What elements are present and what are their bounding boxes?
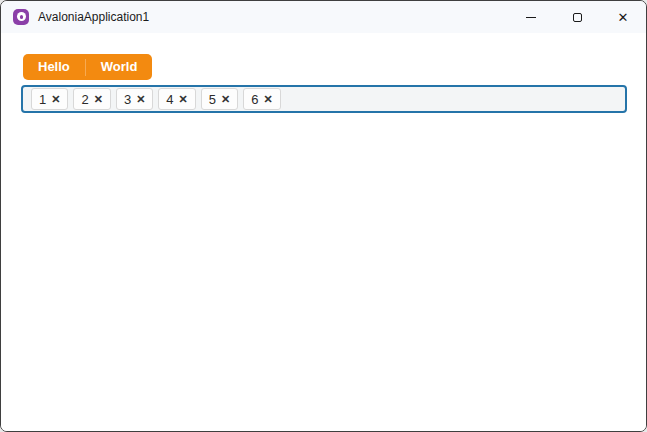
tag-chip[interactable]: 6 ✕ bbox=[243, 88, 280, 110]
window-title: AvaloniaApplication1 bbox=[38, 10, 149, 24]
chip-remove-icon[interactable]: ✕ bbox=[51, 94, 60, 105]
tag-chip-label: 3 bbox=[124, 92, 131, 107]
content-area: Hello World 1 ✕ 2 ✕ 3 ✕ 4 ✕ 5 ✕ bbox=[1, 33, 646, 431]
tag-chip[interactable]: 4 ✕ bbox=[158, 88, 195, 110]
chip-remove-icon[interactable]: ✕ bbox=[221, 94, 230, 105]
tag-chip-label: 1 bbox=[39, 92, 46, 107]
tab-world[interactable]: World bbox=[86, 54, 153, 80]
tab-strip: Hello World bbox=[23, 54, 152, 80]
chips-input-box[interactable]: 1 ✕ 2 ✕ 3 ✕ 4 ✕ 5 ✕ 6 ✕ bbox=[21, 85, 627, 113]
tag-chip[interactable]: 2 ✕ bbox=[73, 88, 110, 110]
minimize-icon bbox=[526, 17, 536, 18]
chip-remove-icon[interactable]: ✕ bbox=[264, 94, 273, 105]
tab-hello[interactable]: Hello bbox=[23, 54, 85, 80]
chip-remove-icon[interactable]: ✕ bbox=[136, 94, 145, 105]
close-button[interactable]: ✕ bbox=[600, 1, 646, 33]
avalonia-logo-icon bbox=[13, 9, 29, 25]
app-window: AvaloniaApplication1 ✕ Hello World 1 ✕ bbox=[0, 0, 647, 432]
chip-remove-icon[interactable]: ✕ bbox=[179, 94, 188, 105]
close-icon: ✕ bbox=[618, 11, 629, 24]
tag-chip-label: 6 bbox=[251, 92, 258, 107]
tag-chip-label: 2 bbox=[81, 92, 88, 107]
titlebar[interactable]: AvaloniaApplication1 ✕ bbox=[1, 1, 646, 33]
tag-chip[interactable]: 3 ✕ bbox=[116, 88, 153, 110]
window-controls: ✕ bbox=[508, 1, 646, 33]
maximize-button[interactable] bbox=[554, 1, 600, 33]
maximize-icon bbox=[573, 13, 582, 22]
tag-chip[interactable]: 5 ✕ bbox=[201, 88, 238, 110]
tag-chip-label: 5 bbox=[209, 92, 216, 107]
minimize-button[interactable] bbox=[508, 1, 554, 33]
tag-chip-label: 4 bbox=[166, 92, 173, 107]
tag-chip[interactable]: 1 ✕ bbox=[31, 88, 68, 110]
chip-remove-icon[interactable]: ✕ bbox=[94, 94, 103, 105]
